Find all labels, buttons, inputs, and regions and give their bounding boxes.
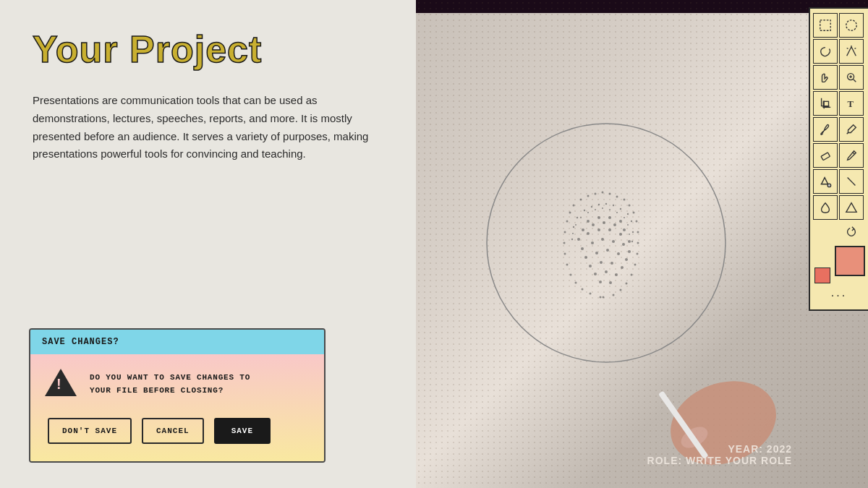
triangle-tool[interactable] [839,195,864,220]
svg-point-59 [608,216,611,219]
svg-point-75 [612,240,615,243]
svg-point-43 [631,231,633,232]
svg-point-35 [597,203,599,205]
svg-point-53 [575,224,576,226]
magic-wand-tool[interactable] [839,39,864,64]
svg-point-26 [625,282,627,284]
eraser-tool[interactable] [813,143,838,168]
svg-rect-96 [820,20,830,30]
svg-point-64 [613,223,616,226]
svg-point-23 [569,273,571,275]
svg-point-2 [579,198,582,200]
toolbar-row-2 [813,39,865,64]
svg-point-79 [595,252,598,254]
svg-point-61 [582,228,584,231]
line-tool[interactable] [839,169,864,194]
svg-point-62 [592,223,595,226]
ellipse-select-tool[interactable] [839,13,864,38]
svg-point-41 [630,220,631,221]
text-tool[interactable]: T [839,91,864,116]
photo-top-bar [416,0,868,13]
svg-point-10 [572,204,574,206]
toolbar-row-1 [813,13,865,38]
toolbar-row-5 [813,117,865,142]
cancel-button[interactable]: CANCEL [142,418,204,444]
water-drop-tool[interactable] [813,195,838,220]
svg-point-11 [569,211,571,213]
svg-point-47 [587,212,589,213]
dialog-line2: YOUR FILE BEFORE CLOSING? [90,385,250,398]
undo-redo-tool[interactable] [839,221,864,241]
svg-rect-110 [821,153,830,160]
svg-line-100 [847,48,848,49]
crop-tool[interactable] [813,91,838,116]
svg-point-50 [609,209,610,210]
dialog-message-row: DO YOU WANT TO SAVE CHANGES TO YOUR FILE… [45,369,310,401]
svg-point-73 [591,241,594,244]
rect-select-tool[interactable] [813,13,838,38]
svg-point-52 [624,217,625,218]
svg-point-18 [637,241,639,244]
svg-point-5 [601,191,603,193]
svg-point-33 [583,209,584,210]
svg-marker-115 [846,203,856,213]
svg-point-87 [594,273,597,275]
warning-icon [45,369,77,401]
svg-line-101 [855,48,856,49]
svg-point-69 [608,228,611,231]
svg-point-3 [587,194,589,197]
svg-line-109 [847,133,848,134]
save-button[interactable]: SAVE [214,418,271,444]
toolbar-row-6 [813,143,865,168]
svg-point-46 [580,217,582,218]
svg-point-31 [599,296,601,298]
svg-point-36 [605,202,606,204]
svg-point-25 [574,281,576,283]
svg-point-74 [601,238,604,241]
footer-text: YEAR: 2022 ROLE: WRITE YOUR ROLE [647,443,792,466]
svg-point-84 [600,261,603,264]
svg-point-82 [625,258,628,261]
move-tool[interactable] [813,65,838,90]
svg-point-1 [548,178,635,294]
svg-point-54 [627,224,629,226]
svg-point-20 [636,252,638,254]
project-title: Your Project [33,29,383,70]
svg-point-72 [581,247,584,250]
eyedropper-tool[interactable] [839,117,864,142]
svg-line-111 [853,153,855,155]
svg-point-65 [623,228,626,231]
zoom-tool[interactable] [839,65,864,90]
svg-point-91 [609,281,612,284]
pencil-tool[interactable] [839,143,864,168]
svg-point-44 [571,238,572,239]
brush-tool[interactable] [813,117,838,142]
footer-year: YEAR: 2022 [647,443,792,455]
svg-point-9 [628,204,630,206]
primary-color-swatch[interactable] [835,246,865,276]
left-panel: Your Project Presentations are communica… [0,0,416,488]
project-description: Presentations are communication tools th… [33,92,373,163]
save-dialog: SAVE CHANGES? DO YOU WANT TO SAVE CHANGE… [29,328,326,463]
svg-point-34 [590,205,592,207]
svg-point-97 [846,20,856,30]
svg-text:T: T [848,99,854,109]
svg-point-40 [576,216,577,218]
dialog-body: DO YOU WANT TO SAVE CHANGES TO YOUR FILE… [30,354,324,461]
dialog-buttons: DON'T SAVE CANCEL SAVE [45,418,310,444]
secondary-color-swatch[interactable] [814,267,830,283]
svg-point-55 [572,233,574,234]
toolbar-dots-menu[interactable]: ··· [813,286,865,305]
svg-point-42 [572,226,574,227]
lasso-tool[interactable] [813,39,838,64]
paint-bucket-tool[interactable] [813,169,838,194]
color-swatches [814,246,865,283]
svg-point-48 [595,209,596,210]
svg-point-14 [566,220,568,222]
toolbar-row-3 [813,65,865,90]
svg-point-37 [612,204,613,205]
svg-point-22 [634,263,636,265]
dont-save-button[interactable]: DON'T SAVE [48,418,132,444]
svg-line-104 [854,80,856,82]
toolbar-row-7 [813,169,865,194]
